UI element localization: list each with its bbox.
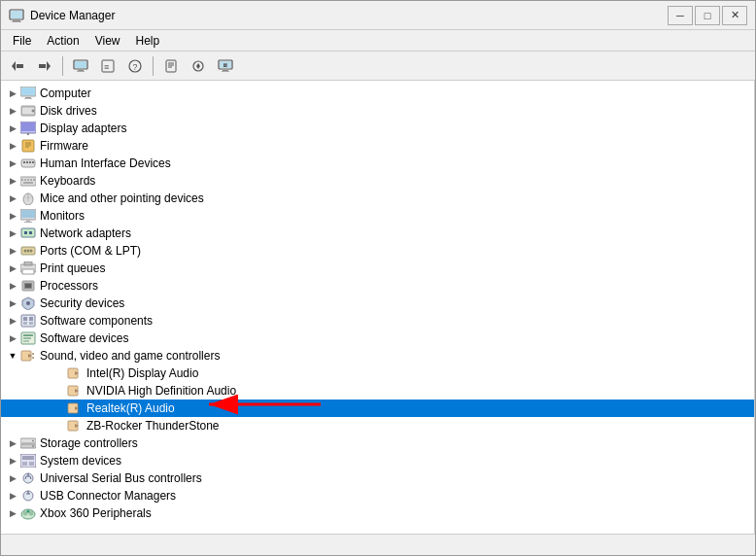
svg-point-84 — [32, 353, 34, 355]
tree-item-software-devices[interactable]: ▶ Software devices — [1, 330, 754, 347]
tree-item-system-devices[interactable]: ▶ System devices — [1, 452, 754, 469]
svg-rect-23 — [223, 70, 228, 71]
svg-rect-45 — [20, 177, 36, 186]
tree-item-realtek-audio[interactable]: Realtek(R) Audio — [1, 400, 754, 417]
label-disk-drives: Disk drives — [40, 104, 97, 118]
icon-processors — [20, 278, 36, 294]
tree-item-ports[interactable]: ▶ Ports (COM & LPT) — [1, 242, 754, 260]
computer-button[interactable]: 🖥 — [213, 54, 238, 78]
expander-disk-drives[interactable]: ▶ — [5, 103, 20, 119]
expander-system-devices[interactable]: ▶ — [5, 453, 20, 469]
minimize-button[interactable]: ─ — [668, 6, 693, 25]
tree-item-firmware[interactable]: ▶ Firmware — [1, 137, 754, 155]
expander-firmware[interactable]: ▶ — [5, 138, 20, 154]
tree-item-mice[interactable]: ▶ Mice and other pointing devices — [1, 190, 754, 207]
expander-ports[interactable]: ▶ — [5, 243, 20, 259]
label-sound-video: Sound, video and game controllers — [40, 349, 220, 363]
svg-text:🖥: 🖥 — [223, 62, 227, 68]
tree-item-intel-audio[interactable]: Intel(R) Display Audio — [1, 365, 754, 382]
svg-point-85 — [32, 357, 34, 359]
expander-software-components[interactable]: ▶ — [5, 313, 20, 329]
svg-rect-74 — [23, 317, 27, 321]
svg-rect-42 — [26, 161, 28, 163]
expander-usb-connector[interactable]: ▶ — [5, 488, 20, 504]
tree-item-computer[interactable]: ▶ Computer — [1, 85, 754, 102]
tree-item-nvidia-audio[interactable]: NVIDIA High Definition Audio — [1, 382, 754, 400]
menu-view[interactable]: View — [87, 32, 128, 50]
expander-human-interface[interactable]: ▶ — [5, 156, 20, 171]
menu-file[interactable]: File — [5, 32, 39, 50]
expander-storage-controllers[interactable]: ▶ — [5, 435, 20, 451]
tree-item-usb-connector[interactable]: ▶ USB Connector Managers — [1, 487, 754, 504]
menu-help[interactable]: Help — [128, 32, 168, 50]
icon-zb-rocker — [67, 418, 83, 434]
expander-usb-controllers[interactable]: ▶ — [5, 470, 20, 486]
back-button[interactable] — [5, 54, 30, 78]
tree-item-keyboards[interactable]: ▶ Keyboards — [1, 172, 754, 190]
help-button[interactable]: ? — [122, 54, 148, 78]
svg-point-65 — [30, 250, 33, 253]
tree-item-print-queues[interactable]: ▶ Print queues — [1, 260, 754, 277]
svg-rect-47 — [24, 179, 26, 181]
expander-print-queues[interactable]: ▶ — [5, 261, 20, 276]
tree-item-xbox-peripherals[interactable]: ▶ Xbox 360 Peripherals — [1, 504, 754, 522]
svg-rect-41 — [23, 161, 25, 163]
content-area: ▶ Computer ▶ Disk drives ▶ Display adapt… — [1, 81, 755, 534]
svg-rect-60 — [24, 231, 27, 234]
tree-item-usb-controllers[interactable]: ▶ Universal Serial Bus controllers — [1, 469, 754, 487]
tree-item-disk-drives[interactable]: ▶ Disk drives — [1, 102, 754, 120]
overview-button[interactable] — [68, 54, 93, 78]
expander-processors[interactable]: ▶ — [5, 278, 20, 294]
icon-realtek-audio — [67, 400, 83, 416]
svg-marker-6 — [47, 61, 51, 71]
expander-network-adapters[interactable]: ▶ — [5, 226, 20, 241]
label-firmware: Firmware — [40, 139, 88, 153]
svg-rect-57 — [26, 220, 30, 222]
expander-xbox-peripherals[interactable]: ▶ — [5, 505, 20, 521]
icon-firmware — [20, 138, 36, 154]
tree-item-zb-rocker[interactable]: ZB-Rocker ThunderStone — [1, 417, 754, 434]
tree-item-network-adapters[interactable]: ▶ Network adapters — [1, 225, 754, 242]
expander-computer[interactable]: ▶ — [5, 86, 20, 101]
label-usb-connector: USB Connector Managers — [40, 489, 176, 503]
maximize-button[interactable]: □ — [695, 6, 720, 25]
tree-item-software-components[interactable]: ▶ Software components — [1, 312, 754, 330]
toolbar: ≡ ? — [1, 52, 755, 81]
label-security-devices: Security devices — [40, 296, 124, 310]
properties-button[interactable] — [158, 54, 184, 78]
expander-mice[interactable]: ▶ — [5, 191, 20, 206]
tree-item-processors[interactable]: ▶ Processors — [1, 277, 754, 295]
svg-marker-4 — [12, 61, 16, 71]
icon-monitors — [20, 208, 36, 224]
tree-item-display-adapters[interactable]: ▶ Display adapters — [1, 120, 754, 137]
expander-software-devices[interactable]: ▶ — [5, 330, 20, 346]
label-realtek-audio: Realtek(R) Audio — [86, 401, 175, 415]
tree-item-monitors[interactable]: ▶ Monitors — [1, 207, 754, 225]
device-tree[interactable]: ▶ Computer ▶ Disk drives ▶ Display adapt… — [1, 81, 755, 534]
update-driver-button[interactable] — [186, 54, 211, 78]
label-storage-controllers: Storage controllers — [40, 436, 138, 450]
menu-action[interactable]: Action — [39, 32, 86, 50]
show-hidden-button[interactable]: ≡ — [95, 54, 120, 78]
forward-button[interactable] — [32, 54, 57, 78]
svg-rect-28 — [25, 97, 31, 98]
svg-rect-29 — [24, 98, 32, 99]
label-keyboards: Keyboards — [40, 174, 95, 188]
expander-security-devices[interactable]: ▶ — [5, 295, 20, 311]
close-button[interactable]: ✕ — [722, 6, 747, 25]
tree-item-security-devices[interactable]: ▶ Security devices — [1, 295, 754, 312]
icon-human-interface — [20, 156, 36, 171]
expander-monitors[interactable]: ▶ — [5, 208, 20, 224]
tree-item-storage-controllers[interactable]: ▶ Storage controllers — [1, 434, 754, 452]
expander-display-adapters[interactable]: ▶ — [5, 121, 20, 136]
svg-rect-10 — [78, 70, 84, 71]
tree-item-sound-video[interactable]: ▼ Sound, video and game controllers — [1, 347, 754, 365]
svg-rect-43 — [29, 161, 31, 163]
label-software-components: Software components — [40, 314, 153, 328]
icon-sound-video — [20, 348, 36, 364]
tree-item-human-interface[interactable]: ▶ Human Interface Devices — [1, 155, 754, 172]
expander-keyboards[interactable]: ▶ — [5, 173, 20, 189]
svg-point-64 — [27, 250, 30, 253]
svg-rect-11 — [77, 71, 85, 72]
expander-sound-video[interactable]: ▼ — [5, 348, 20, 364]
